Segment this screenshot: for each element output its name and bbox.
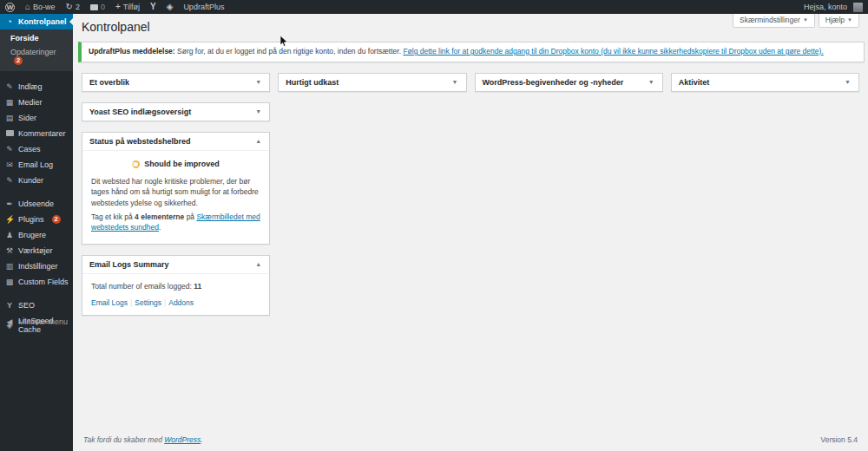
admin-bar: W ⌂ Bo-we ↻ 2 0 + Tilføj Y ◈ UpdraftPlus [0,0,868,14]
plus-icon: + [115,3,121,11]
notice-text: Sørg for, at du er logget ind på den rig… [175,47,404,56]
sidebar-item-forside[interactable]: Forside [0,31,73,45]
updates-menu[interactable]: ↻ 2 [61,0,85,14]
chevron-down-icon[interactable]: ▼ [254,108,262,114]
sidebar-item-vaerktoejer[interactable]: ⚒ Værktøjer [0,243,73,258]
sidebar-item-indlaeg[interactable]: ✎ Indlæg [0,79,73,95]
site-health-description: Dit websted har nogle kritiske problemer… [91,176,260,208]
dashboard-icon: ◔ [5,17,14,26]
sidebar-item-label: Medier [18,98,43,107]
version-label: Version 5.4 [820,435,858,444]
sidebar-item-kontrolpanel[interactable]: ◔ Kontrolpanel [0,14,73,29]
updraftplus-menu[interactable]: UpdraftPlus [178,0,229,14]
sidebar-item-indstillinger[interactable]: ▥ Indstillinger [0,258,73,274]
sidebar-item-label: Kontrolpanel [18,17,67,26]
chevron-down-icon[interactable]: ▼ [451,79,459,85]
cta-prefix: Tag et kik på [91,212,135,221]
sidebar-item-cases[interactable]: ✎ Cases [0,141,73,157]
site-health-gauge-icon [132,160,140,168]
sidebar-item-label: Indlæg [18,82,43,91]
site-name-menu[interactable]: ⌂ Bo-we [20,0,61,14]
screen-options-button[interactable]: Skærmindstillinger ▼ [733,14,815,28]
widget-yoast-seo-header[interactable]: Yoast SEO indlægsoversigt ▼ [82,103,269,121]
site-health-cta: Tag et kik på 4 elementerne på Skærmbill… [91,212,260,233]
widget-events-news-header[interactable]: WordPress-begivenheder og -nyheder ▼ [476,74,662,91]
widget-email-logs-header[interactable]: Email Logs Summary ▲ [82,256,269,273]
new-content-menu[interactable]: + Tilføj [110,0,145,14]
widget-yoast-seo: Yoast SEO indlægsoversigt ▼ [82,102,270,121]
sidebar-item-plugins[interactable]: ⚡ Plugins2 [0,212,73,227]
chevron-down-icon: ▼ [803,17,808,23]
collapse-arrow-icon: ◀ [5,317,14,326]
help-button[interactable]: Hjælp ▼ [819,14,859,28]
widget-title: Et overblik [89,78,129,87]
pin-icon: ✎ [5,145,14,154]
widget-at-a-glance-header[interactable]: Et overblik ▼ [82,74,269,91]
dashboard-content: Kontrolpanel Skærmindstillinger ▼ Hjælp … [73,14,868,451]
sidebar-item-label: Indstillinger [18,262,58,271]
thanks-prefix: Tak fordi du skaber med [83,435,164,444]
email-settings-link[interactable]: Settings [135,298,161,307]
chevron-up-icon[interactable]: ▲ [254,261,262,267]
widget-events-news: WordPress-begivenheder og -nyheder ▼ [475,73,663,92]
sidebar-item-brugere[interactable]: ♟ Brugere [0,227,73,243]
widget-quick-draft-header[interactable]: Hurtigt udkast ▼ [279,74,465,91]
footer-thanks: Tak fordi du skaber med WordPress. [83,435,203,444]
plugins-badge: 2 [52,215,61,224]
sidebar-item-label: Brugere [18,231,46,239]
widget-activity: Aktivitet ▼ [671,73,859,92]
collapse-menu-button[interactable]: ◀ Minimer menu [0,314,73,330]
chevron-down-icon[interactable]: ▼ [648,79,655,85]
sidebar-item-kunder[interactable]: ✎ Kunder [0,173,73,188]
comments-menu[interactable]: 0 [85,0,110,14]
sidebar-item-label: Cases [18,145,41,154]
widget-title: WordPress-begivenheder og -nyheder [483,78,624,87]
custom-fields-icon: ▩ [5,278,14,286]
sidebar-item-label: Custom Fields [18,278,69,286]
yoast-seo-menu[interactable]: Y [145,0,161,14]
sidebar-item-label: SEO [18,301,35,310]
widget-title: Email Logs Summary [89,260,169,269]
wordpress-link[interactable]: WordPress [164,435,201,444]
sidebar-item-email-log[interactable]: ✉ Email Log [0,157,73,173]
email-logs-link[interactable]: Email Logs [91,298,128,307]
chevron-down-icon[interactable]: ▼ [844,79,852,85]
pin-icon: ✎ [5,82,14,91]
sidebar-item-udseende[interactable]: ✒ Udseende [0,196,73,212]
sidebar-item-seo[interactable]: Y SEO [0,297,73,313]
cta-suffix: . [159,223,161,232]
site-name-label: Bo-we [33,3,56,11]
widget-activity-header[interactable]: Aktivitet ▼ [672,74,858,91]
widget-title: Yoast SEO indlægsoversigt [89,108,191,116]
comments-icon [90,4,98,10]
sidebar-item-custom-fields[interactable]: ▩ Custom Fields [0,274,73,290]
sidebar-item-kommentarer[interactable]: Kommentarer [0,126,73,141]
wordpress-logo-menu[interactable]: W [0,0,20,14]
sidebar-item-label: Kommentarer [18,129,66,138]
separator: | [130,298,132,307]
widget-email-logs: Email Logs Summary ▲ Total number of ema… [82,255,270,317]
widget-site-health: Status på webstedshelbred ▲ Should be im… [82,132,270,245]
comment-icon [5,129,14,138]
page-title: Kontrolpanel [82,14,150,34]
sidebar-item-opdateringer[interactable]: Opdateringer2 [0,45,73,68]
admin-menu: ◔ Kontrolpanel Forside Opdateringer2 ✎ I… [0,14,73,451]
page-icon: ▤ [5,114,14,122]
widget-title: Status på webstedshelbred [89,137,191,146]
cta-count: 4 elementerne [135,212,184,221]
sidebar-item-medier[interactable]: ▦ Medier [0,95,73,110]
email-addons-link[interactable]: Addons [168,298,194,307]
account-menu[interactable]: Hejsa, konto [799,0,868,14]
widget-column-3: WordPress-begivenheder og -nyheder ▼ [475,73,663,92]
widget-site-health-header[interactable]: Status på webstedshelbred ▲ [82,133,269,150]
widget-quick-draft: Hurtigt udkast ▼ [278,73,466,92]
updates-count: 2 [76,3,80,11]
litespeed-menu[interactable]: ◈ [161,0,179,14]
sidebar-item-sider[interactable]: ▤ Sider [0,110,73,126]
widget-column-2: Hurtigt udkast ▼ [278,73,466,92]
dropbox-auth-link[interactable]: Følg dette link for at godkende adgang t… [403,47,823,56]
chevron-down-icon[interactable]: ▼ [254,79,262,85]
chevron-up-icon[interactable]: ▲ [254,138,262,144]
site-health-status: Should be improved [144,159,220,170]
widget-title: Hurtigt udkast [286,78,339,87]
